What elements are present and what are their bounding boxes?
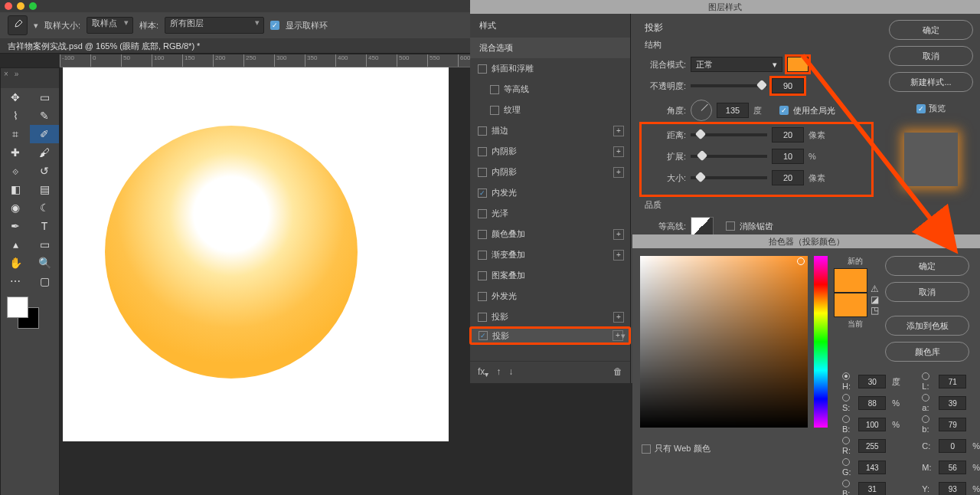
add-effect-icon[interactable]: + xyxy=(613,167,624,178)
pen-tool-icon[interactable]: ✒ xyxy=(1,217,30,235)
effect-checkbox[interactable] xyxy=(478,126,487,136)
sample-layers-select[interactable]: 所有图层 xyxy=(165,17,264,34)
m-input[interactable] xyxy=(939,461,966,474)
effect-checkbox[interactable] xyxy=(478,147,487,156)
b-rgb-radio[interactable] xyxy=(842,480,850,487)
add-effect-icon[interactable]: + xyxy=(613,250,624,261)
effect-checkbox[interactable] xyxy=(478,209,487,218)
b-hsb-radio[interactable] xyxy=(842,415,850,423)
brush-tool-icon[interactable]: 🖌 xyxy=(30,143,59,162)
antialias-checkbox[interactable] xyxy=(726,221,735,231)
type-tool-icon[interactable]: T xyxy=(30,217,59,235)
angle-dial[interactable] xyxy=(691,100,712,121)
effect-item-13[interactable]: 投影+ xyxy=(470,327,630,344)
healing-tool-icon[interactable]: ✚ xyxy=(1,143,30,162)
add-effect-icon[interactable]: + xyxy=(613,146,624,157)
path-select-tool-icon[interactable]: ▴ xyxy=(1,235,30,254)
ok-button[interactable]: 确定 xyxy=(889,20,973,40)
fx-icon[interactable]: fx▾ xyxy=(478,366,488,379)
minimize-icon[interactable] xyxy=(17,2,24,10)
y-input[interactable] xyxy=(939,482,966,495)
h-radio[interactable] xyxy=(842,372,850,380)
add-swatch-button[interactable]: 添加到色板 xyxy=(885,316,969,336)
zoom-tool-icon[interactable]: 🔍 xyxy=(30,254,59,272)
blur-tool-icon[interactable]: ◉ xyxy=(1,198,30,217)
effect-item-2[interactable]: 纹理 xyxy=(470,100,630,120)
lasso-tool-icon[interactable]: ⌇ xyxy=(1,107,30,125)
trash-icon[interactable]: 🗑 xyxy=(613,366,622,379)
effect-checkbox[interactable] xyxy=(478,292,487,301)
effect-item-12[interactable]: 投影+ xyxy=(470,307,630,327)
s-radio[interactable] xyxy=(842,394,850,402)
screen-mode-icon[interactable]: ▢ xyxy=(30,272,59,290)
eraser-tool-icon[interactable]: ◧ xyxy=(1,180,30,198)
edit-toolbar-icon[interactable]: ⋯ xyxy=(1,272,30,290)
opacity-input[interactable] xyxy=(772,78,804,93)
hue-slider[interactable] xyxy=(814,256,828,428)
add-effect-icon[interactable]: + xyxy=(613,229,624,240)
l-input[interactable] xyxy=(939,375,966,388)
down-arrow-icon[interactable]: ↓ xyxy=(508,366,513,379)
g-radio[interactable] xyxy=(842,458,850,466)
gamut-warning-icon[interactable]: ⚠◪◳ xyxy=(871,284,877,316)
effect-checkbox[interactable] xyxy=(479,331,488,340)
distance-input[interactable] xyxy=(772,127,804,143)
effect-item-4[interactable]: 内阴影+ xyxy=(470,141,630,162)
size-input[interactable] xyxy=(772,170,804,185)
l-radio[interactable] xyxy=(922,372,929,380)
maximize-icon[interactable] xyxy=(29,2,37,10)
picker-cancel-button[interactable]: 取消 xyxy=(885,282,969,302)
c-input[interactable] xyxy=(939,439,966,453)
history-brush-tool-icon[interactable]: ↺ xyxy=(30,162,59,180)
web-only-checkbox[interactable] xyxy=(642,444,651,454)
effect-item-5[interactable]: 内阴影+ xyxy=(470,162,630,182)
blending-options[interactable]: 混合选项 xyxy=(470,38,630,58)
new-style-button[interactable]: 新建样式... xyxy=(889,72,973,92)
panel-menu-icon[interactable]: » xyxy=(15,70,19,78)
styles-header[interactable]: 样式 xyxy=(470,14,630,38)
picker-ok-button[interactable]: 确定 xyxy=(885,256,969,276)
document-canvas[interactable] xyxy=(63,67,449,441)
contour-picker[interactable] xyxy=(691,217,714,235)
effect-item-7[interactable]: 光泽 xyxy=(470,203,630,224)
shape-tool-icon[interactable]: ▭ xyxy=(30,235,59,254)
move-tool-icon[interactable]: ✥ xyxy=(1,88,30,107)
effect-item-9[interactable]: 渐变叠加+ xyxy=(470,244,630,265)
hand-tool-icon[interactable]: ✋ xyxy=(1,254,30,272)
color-field[interactable] xyxy=(640,256,808,428)
effect-item-8[interactable]: 颜色叠加+ xyxy=(470,224,630,244)
effect-checkbox[interactable] xyxy=(490,85,499,94)
effect-checkbox[interactable] xyxy=(478,168,487,177)
spread-input[interactable] xyxy=(772,149,804,164)
effect-checkbox[interactable] xyxy=(478,64,487,74)
marquee-tool-icon[interactable]: ▭ xyxy=(30,88,59,107)
sample-size-select[interactable]: 取样点 xyxy=(87,17,133,34)
eyedropper-tool-icon[interactable] xyxy=(8,15,28,35)
effect-item-11[interactable]: 外发光 xyxy=(470,286,630,307)
b-rgb-input[interactable] xyxy=(858,482,886,495)
dodge-tool-icon[interactable]: ☾ xyxy=(30,198,59,217)
quick-select-tool-icon[interactable]: ✎ xyxy=(30,107,59,125)
crop-tool-icon[interactable]: ⌗ xyxy=(1,125,30,143)
effect-checkbox[interactable] xyxy=(490,106,499,115)
color-swatches[interactable] xyxy=(1,290,59,336)
cancel-button[interactable]: 取消 xyxy=(889,46,973,66)
r-radio[interactable] xyxy=(842,437,850,444)
panel-close-icon[interactable]: × xyxy=(4,70,8,78)
add-effect-icon[interactable]: + xyxy=(613,312,624,323)
close-icon[interactable] xyxy=(5,2,12,10)
b-lab-radio[interactable] xyxy=(922,415,929,423)
a-radio[interactable] xyxy=(922,394,929,402)
up-arrow-icon[interactable]: ↑ xyxy=(496,366,501,379)
gradient-tool-icon[interactable]: ▤ xyxy=(30,180,59,198)
effect-item-0[interactable]: 斜面和浮雕 xyxy=(470,58,630,79)
b-lab-input[interactable] xyxy=(939,418,966,431)
effect-checkbox[interactable] xyxy=(478,230,487,239)
effect-item-3[interactable]: 描边+ xyxy=(470,120,630,141)
blend-mode-select[interactable]: 正常▾ xyxy=(691,57,782,72)
effect-checkbox[interactable] xyxy=(478,251,487,260)
effect-item-6[interactable]: 内发光 xyxy=(470,182,630,203)
effect-checkbox[interactable] xyxy=(478,188,487,198)
add-effect-icon[interactable]: + xyxy=(612,330,623,341)
a-input[interactable] xyxy=(939,396,966,410)
